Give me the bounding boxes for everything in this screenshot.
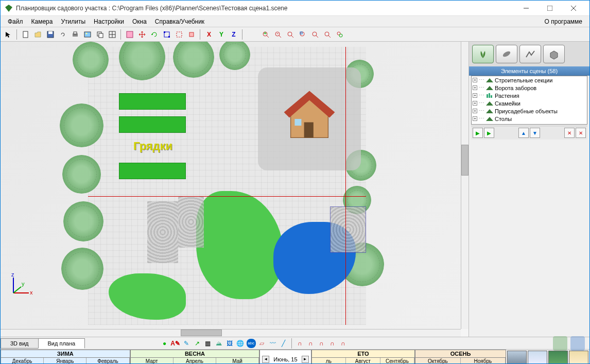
- date-selector[interactable]: ◄ Июнь, 15 ►: [259, 350, 311, 364]
- snap1-icon[interactable]: ∩: [296, 339, 305, 348]
- zoom-out-icon[interactable]: -: [272, 29, 284, 40]
- menu-camera[interactable]: Камера: [27, 16, 57, 27]
- move-icon[interactable]: [136, 29, 148, 40]
- measure-icon[interactable]: ↗: [193, 339, 202, 348]
- tree-object[interactable]: [60, 103, 103, 147]
- svg-point-35: [313, 32, 317, 36]
- view-plan-tab[interactable]: Вид плана: [38, 338, 85, 349]
- layer-icon[interactable]: ✎: [182, 339, 191, 348]
- axis-z-button[interactable]: Z: [228, 29, 239, 40]
- zoom-extents-icon[interactable]: [309, 29, 321, 40]
- category-plants-tab[interactable]: [472, 45, 494, 63]
- tree-object[interactable]: [61, 248, 103, 290]
- open-file-icon[interactable]: [32, 29, 44, 40]
- tree-item[interactable]: +⋯Столы: [472, 115, 587, 123]
- print-icon[interactable]: [70, 29, 81, 40]
- menu-settings[interactable]: Настройки: [90, 16, 128, 27]
- scale-icon[interactable]: [161, 29, 172, 40]
- tree-item[interactable]: +⋯Приусадебные объекты: [472, 107, 587, 115]
- menu-utilities[interactable]: Утилиты: [57, 16, 90, 27]
- axis-y-button[interactable]: Y: [216, 29, 227, 40]
- season-autumn[interactable]: ОСЕНЬ Октябрь Ноябрь: [415, 350, 506, 364]
- thumb-winter[interactable]: [507, 351, 527, 364]
- globe-icon[interactable]: 🌐: [236, 339, 245, 348]
- menu-about[interactable]: О программе: [541, 16, 586, 27]
- visibility-icon[interactable]: ●: [160, 339, 169, 348]
- date-prev-button[interactable]: ◄: [262, 356, 269, 363]
- terrain-icon[interactable]: ⛰: [214, 339, 223, 348]
- scene-tree[interactable]: +⋯Строительные секции +⋯Ворота заборов +…: [471, 76, 587, 125]
- snap3-icon[interactable]: ∩: [317, 339, 326, 348]
- view-3d-tab[interactable]: 3D вид: [1, 338, 39, 349]
- horizontal-scrollbar[interactable]: [1, 329, 461, 337]
- season-summer[interactable]: ЕТО ль Август Сентябрь: [311, 350, 415, 364]
- svg-point-51: [502, 50, 511, 58]
- tree-item[interactable]: +⋯Растения: [472, 92, 587, 99]
- menu-file[interactable]: Файл: [4, 16, 27, 27]
- vertical-scrollbar[interactable]: [461, 42, 468, 329]
- axis-x-button[interactable]: X: [203, 29, 215, 40]
- path-object[interactable]: [330, 206, 366, 253]
- grid-icon[interactable]: [107, 29, 118, 40]
- zoom-selected-icon[interactable]: [322, 29, 333, 40]
- link-icon[interactable]: [57, 29, 68, 40]
- zoom-all-icon[interactable]: [334, 29, 345, 40]
- thumb-spring[interactable]: [528, 351, 547, 364]
- zoom-in-icon[interactable]: +: [260, 29, 271, 40]
- minimize-button[interactable]: [514, 1, 538, 16]
- tree-item[interactable]: +⋯Строительные секции: [472, 76, 587, 84]
- line-icon[interactable]: ╱: [279, 339, 288, 348]
- garden-bed[interactable]: [119, 116, 186, 133]
- delete-all-button[interactable]: ✕: [576, 128, 586, 138]
- date-next-button[interactable]: ►: [302, 356, 309, 363]
- move-down-button[interactable]: ▼: [530, 128, 540, 138]
- season-spring[interactable]: ВЕСНА Март Апрель Май: [130, 350, 260, 364]
- grid-toggle-icon[interactable]: ▦: [203, 339, 213, 348]
- thumb-autumn[interactable]: [569, 351, 588, 364]
- viewport[interactable]: Грядки: [1, 42, 468, 337]
- garden-plot[interactable]: Грядки: [88, 47, 366, 325]
- snap2-icon[interactable]: ∩: [306, 339, 316, 348]
- category-structures-tab[interactable]: [519, 45, 541, 63]
- settings-icon[interactable]: [124, 29, 135, 40]
- new-file-icon[interactable]: [20, 29, 31, 40]
- zoom-fit-icon[interactable]: [285, 29, 296, 40]
- tree-object[interactable]: [63, 201, 103, 241]
- add-item2-button[interactable]: ▶: [484, 128, 494, 138]
- garden-bed[interactable]: [119, 93, 186, 110]
- tree-object[interactable]: [62, 155, 101, 194]
- category-materials-tab[interactable]: [543, 45, 565, 63]
- abc-icon[interactable]: abc: [247, 339, 256, 348]
- snap4-icon[interactable]: ∩: [328, 339, 337, 348]
- close-button[interactable]: [562, 1, 585, 16]
- season-winter[interactable]: ЗИМА Декабрь Январь Февраль: [1, 350, 130, 364]
- path-object[interactable]: [147, 201, 178, 263]
- garden-bed[interactable]: [119, 163, 186, 179]
- copy-icon[interactable]: [94, 29, 106, 40]
- menu-windows[interactable]: Окна: [128, 16, 151, 27]
- cursor-tool-icon[interactable]: [3, 29, 14, 40]
- save-file-icon[interactable]: [45, 29, 56, 40]
- category-tools-tab[interactable]: [496, 45, 517, 63]
- snap5-icon[interactable]: ∩: [339, 339, 348, 348]
- move-up-button[interactable]: ▲: [518, 128, 529, 138]
- zoom-region-icon[interactable]: [297, 29, 308, 40]
- tree-item[interactable]: +⋯Скамейки: [472, 99, 587, 107]
- maximize-button[interactable]: [538, 1, 562, 16]
- svg-line-49: [13, 287, 21, 293]
- rotate-icon[interactable]: [149, 29, 160, 40]
- curve-icon[interactable]: 〰: [268, 339, 277, 348]
- text-icon[interactable]: A✎: [171, 339, 180, 348]
- menu-help[interactable]: Справка/Учебник: [151, 16, 209, 27]
- tree-item[interactable]: +⋯Ворота заборов: [472, 84, 587, 92]
- photo-icon[interactable]: 🖼: [225, 339, 234, 348]
- shape-icon[interactable]: ▱: [257, 339, 267, 348]
- path-object[interactable]: [178, 196, 204, 248]
- tree-object[interactable]: [73, 42, 109, 78]
- select-area-icon[interactable]: [173, 29, 185, 40]
- image-icon[interactable]: [82, 29, 93, 40]
- delete-button[interactable]: ✕: [564, 128, 575, 138]
- add-item-button[interactable]: ▶: [473, 128, 483, 138]
- thumb-summer[interactable]: [548, 351, 568, 364]
- transform-icon[interactable]: [186, 29, 197, 40]
